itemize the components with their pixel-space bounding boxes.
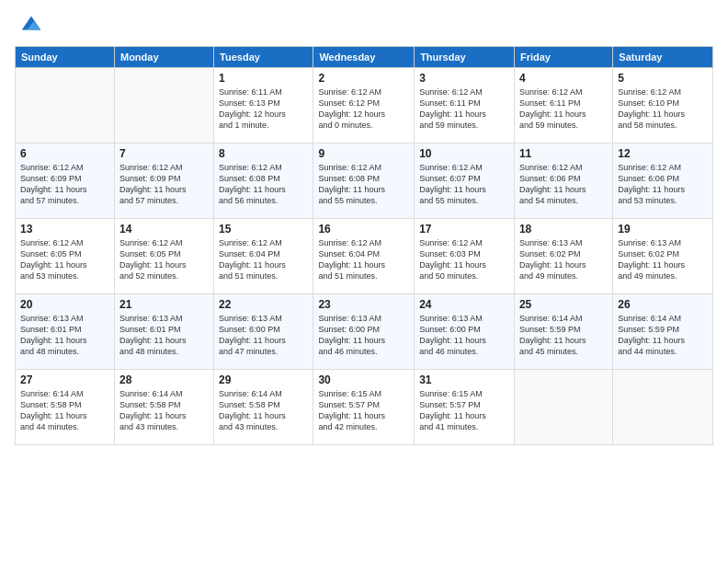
- calendar-cell: 3Sunrise: 6:12 AM Sunset: 6:11 PM Daylig…: [415, 68, 515, 144]
- day-number: 24: [419, 298, 509, 311]
- calendar-header-row: SundayMondayTuesdayWednesdayThursdayFrid…: [16, 47, 713, 68]
- day-number: 13: [20, 223, 109, 236]
- day-info: Sunrise: 6:13 AM Sunset: 6:00 PM Dayligh…: [419, 313, 509, 358]
- day-number: 21: [119, 298, 209, 311]
- day-number: 2: [318, 72, 409, 85]
- col-header-tuesday: Tuesday: [214, 47, 313, 68]
- calendar-cell: 24Sunrise: 6:13 AM Sunset: 6:00 PM Dayli…: [415, 294, 515, 370]
- calendar-cell: 4Sunrise: 6:12 AM Sunset: 6:11 PM Daylig…: [514, 68, 612, 144]
- day-number: 26: [618, 298, 708, 311]
- day-number: 19: [618, 223, 708, 236]
- day-info: Sunrise: 6:12 AM Sunset: 6:09 PM Dayligh…: [20, 162, 109, 207]
- day-number: 30: [318, 373, 409, 386]
- day-info: Sunrise: 6:12 AM Sunset: 6:04 PM Dayligh…: [318, 237, 409, 282]
- calendar-week-row: 1Sunrise: 6:11 AM Sunset: 6:13 PM Daylig…: [16, 68, 713, 144]
- day-info: Sunrise: 6:12 AM Sunset: 6:04 PM Dayligh…: [219, 237, 308, 282]
- calendar-cell: [114, 68, 213, 144]
- day-info: Sunrise: 6:12 AM Sunset: 6:11 PM Dayligh…: [419, 86, 509, 132]
- calendar-cell: 12Sunrise: 6:12 AM Sunset: 6:06 PM Dayli…: [613, 144, 713, 219]
- calendar-cell: 16Sunrise: 6:12 AM Sunset: 6:04 PM Dayli…: [313, 219, 415, 294]
- calendar-cell: 14Sunrise: 6:12 AM Sunset: 6:05 PM Dayli…: [114, 219, 213, 294]
- calendar-cell: 1Sunrise: 6:11 AM Sunset: 6:13 PM Daylig…: [214, 68, 313, 144]
- col-header-sunday: Sunday: [16, 47, 115, 68]
- day-number: 18: [519, 223, 608, 236]
- day-number: 23: [318, 298, 409, 311]
- calendar-cell: 8Sunrise: 6:12 AM Sunset: 6:08 PM Daylig…: [214, 144, 313, 219]
- day-info: Sunrise: 6:13 AM Sunset: 6:02 PM Dayligh…: [519, 237, 608, 282]
- calendar-cell: 18Sunrise: 6:13 AM Sunset: 6:02 PM Dayli…: [514, 219, 612, 294]
- day-info: Sunrise: 6:12 AM Sunset: 6:10 PM Dayligh…: [618, 86, 708, 132]
- day-number: 28: [119, 373, 209, 386]
- calendar-cell: 9Sunrise: 6:12 AM Sunset: 6:08 PM Daylig…: [313, 144, 415, 219]
- day-number: 9: [318, 147, 409, 160]
- calendar-cell: 22Sunrise: 6:13 AM Sunset: 6:00 PM Dayli…: [214, 294, 313, 370]
- logo: [15, 11, 44, 37]
- calendar-cell: 21Sunrise: 6:13 AM Sunset: 6:01 PM Dayli…: [114, 294, 213, 370]
- day-info: Sunrise: 6:13 AM Sunset: 6:02 PM Dayligh…: [618, 237, 708, 282]
- calendar-cell: 11Sunrise: 6:12 AM Sunset: 6:06 PM Dayli…: [514, 144, 612, 219]
- day-info: Sunrise: 6:14 AM Sunset: 5:58 PM Dayligh…: [20, 388, 109, 433]
- calendar-cell: 23Sunrise: 6:13 AM Sunset: 6:00 PM Dayli…: [313, 294, 415, 370]
- col-header-friday: Friday: [514, 47, 612, 68]
- day-number: 4: [519, 72, 608, 85]
- day-info: Sunrise: 6:14 AM Sunset: 5:59 PM Dayligh…: [519, 313, 608, 358]
- calendar-week-row: 27Sunrise: 6:14 AM Sunset: 5:58 PM Dayli…: [16, 370, 713, 445]
- calendar-table: SundayMondayTuesdayWednesdayThursdayFrid…: [15, 46, 713, 445]
- day-number: 15: [219, 223, 308, 236]
- day-number: 12: [618, 147, 708, 160]
- calendar-cell: 5Sunrise: 6:12 AM Sunset: 6:10 PM Daylig…: [613, 68, 713, 144]
- day-info: Sunrise: 6:12 AM Sunset: 6:06 PM Dayligh…: [519, 162, 608, 207]
- calendar-cell: 20Sunrise: 6:13 AM Sunset: 6:01 PM Dayli…: [16, 294, 115, 370]
- day-number: 3: [419, 72, 509, 85]
- calendar-cell: 13Sunrise: 6:12 AM Sunset: 6:05 PM Dayli…: [16, 219, 115, 294]
- logo-icon: [18, 11, 44, 37]
- day-info: Sunrise: 6:12 AM Sunset: 6:07 PM Dayligh…: [419, 162, 509, 207]
- calendar-cell: [514, 370, 612, 445]
- calendar-cell: 25Sunrise: 6:14 AM Sunset: 5:59 PM Dayli…: [514, 294, 612, 370]
- calendar-cell: 10Sunrise: 6:12 AM Sunset: 6:07 PM Dayli…: [415, 144, 515, 219]
- calendar-cell: 29Sunrise: 6:14 AM Sunset: 5:58 PM Dayli…: [214, 370, 313, 445]
- day-info: Sunrise: 6:13 AM Sunset: 6:01 PM Dayligh…: [20, 313, 109, 358]
- day-number: 31: [419, 373, 509, 386]
- day-info: Sunrise: 6:12 AM Sunset: 6:12 PM Dayligh…: [318, 86, 409, 132]
- day-info: Sunrise: 6:14 AM Sunset: 5:58 PM Dayligh…: [219, 388, 308, 433]
- day-info: Sunrise: 6:13 AM Sunset: 6:00 PM Dayligh…: [318, 313, 409, 358]
- day-info: Sunrise: 6:12 AM Sunset: 6:03 PM Dayligh…: [419, 237, 509, 282]
- day-info: Sunrise: 6:13 AM Sunset: 6:01 PM Dayligh…: [119, 313, 209, 358]
- day-number: 11: [519, 147, 608, 160]
- calendar-week-row: 6Sunrise: 6:12 AM Sunset: 6:09 PM Daylig…: [16, 144, 713, 219]
- calendar-cell: 30Sunrise: 6:15 AM Sunset: 5:57 PM Dayli…: [313, 370, 415, 445]
- day-number: 20: [20, 298, 109, 311]
- day-info: Sunrise: 6:12 AM Sunset: 6:11 PM Dayligh…: [519, 86, 608, 132]
- day-info: Sunrise: 6:12 AM Sunset: 6:06 PM Dayligh…: [618, 162, 708, 207]
- day-info: Sunrise: 6:14 AM Sunset: 5:59 PM Dayligh…: [618, 313, 708, 358]
- day-number: 8: [219, 147, 308, 160]
- day-number: 5: [618, 72, 708, 85]
- day-number: 29: [219, 373, 308, 386]
- day-info: Sunrise: 6:15 AM Sunset: 5:57 PM Dayligh…: [318, 388, 409, 433]
- day-number: 22: [219, 298, 308, 311]
- calendar-cell: 28Sunrise: 6:14 AM Sunset: 5:58 PM Dayli…: [114, 370, 213, 445]
- day-info: Sunrise: 6:12 AM Sunset: 6:05 PM Dayligh…: [119, 237, 209, 282]
- day-info: Sunrise: 6:12 AM Sunset: 6:05 PM Dayligh…: [20, 237, 109, 282]
- day-info: Sunrise: 6:14 AM Sunset: 5:58 PM Dayligh…: [119, 388, 209, 433]
- day-number: 1: [219, 72, 308, 85]
- col-header-thursday: Thursday: [415, 47, 515, 68]
- col-header-wednesday: Wednesday: [313, 47, 415, 68]
- day-number: 6: [20, 147, 109, 160]
- calendar-cell: 2Sunrise: 6:12 AM Sunset: 6:12 PM Daylig…: [313, 68, 415, 144]
- calendar-cell: 15Sunrise: 6:12 AM Sunset: 6:04 PM Dayli…: [214, 219, 313, 294]
- day-info: Sunrise: 6:12 AM Sunset: 6:08 PM Dayligh…: [318, 162, 409, 207]
- calendar-cell: [613, 370, 713, 445]
- calendar-week-row: 20Sunrise: 6:13 AM Sunset: 6:01 PM Dayli…: [16, 294, 713, 370]
- day-info: Sunrise: 6:12 AM Sunset: 6:09 PM Dayligh…: [119, 162, 209, 207]
- day-info: Sunrise: 6:11 AM Sunset: 6:13 PM Dayligh…: [219, 86, 308, 132]
- calendar-cell: 26Sunrise: 6:14 AM Sunset: 5:59 PM Dayli…: [613, 294, 713, 370]
- calendar-cell: 19Sunrise: 6:13 AM Sunset: 6:02 PM Dayli…: [613, 219, 713, 294]
- calendar-cell: 31Sunrise: 6:15 AM Sunset: 5:57 PM Dayli…: [415, 370, 515, 445]
- day-number: 10: [419, 147, 509, 160]
- day-number: 27: [20, 373, 109, 386]
- calendar-cell: 17Sunrise: 6:12 AM Sunset: 6:03 PM Dayli…: [415, 219, 515, 294]
- calendar-cell: [16, 68, 115, 144]
- day-number: 17: [419, 223, 509, 236]
